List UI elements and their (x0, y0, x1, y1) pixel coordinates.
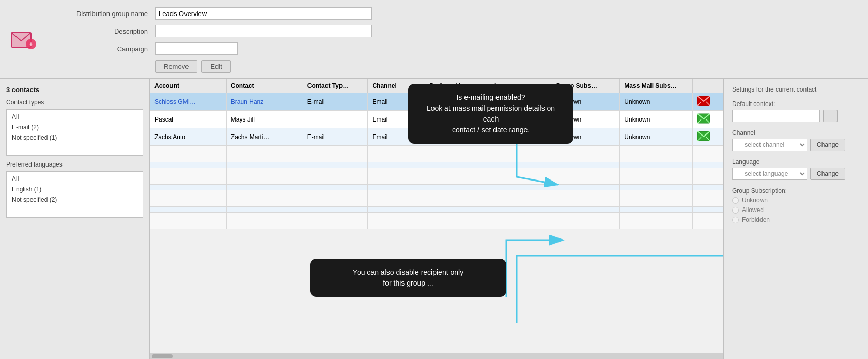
table-row-empty (150, 185, 723, 190)
account-link[interactable]: Schloss GMI… (154, 98, 196, 106)
group-sub-radio-group: Unknown Allowed Forbidden (732, 197, 860, 223)
cell-masssub: Unknown (620, 128, 692, 146)
campaign-row: Campaign (52, 42, 858, 55)
list-item[interactable]: All (7, 112, 143, 122)
description-row: Description (52, 25, 858, 37)
default-context-btn[interactable] (823, 110, 838, 122)
radio-forbidden[interactable]: Forbidden (732, 216, 860, 223)
col-header-account[interactable]: Account (150, 79, 227, 93)
sidebar: 3 contacts Contact types All E-mail (2) … (0, 79, 150, 359)
contact-link[interactable]: Braun Hanz (231, 98, 264, 106)
table-row-empty (150, 146, 723, 162)
cell-type: E-mail (303, 93, 368, 111)
cell-account: Schloss GMI… (150, 93, 227, 111)
mass-mail-icon-green (697, 113, 710, 124)
table-row-empty (150, 213, 723, 229)
default-context-row (732, 110, 860, 122)
language-select[interactable]: — select language — (732, 168, 807, 180)
list-item[interactable]: English (1) (7, 184, 143, 195)
group-sub-label: Group Subscription: (732, 187, 860, 195)
scroll-thumb[interactable] (152, 354, 173, 358)
right-panel: Settings for the current contact Default… (723, 79, 868, 359)
pref-lang-list: All English (1) Not specified (2) (6, 171, 143, 218)
mass-mail-icon-red (697, 96, 710, 106)
col-header-masssub[interactable]: Mass Mail Subs… (620, 79, 692, 93)
table-row-empty (150, 162, 723, 168)
top-panel: + Distribution group name Description Ca… (0, 0, 868, 79)
col-header-extra (692, 79, 723, 93)
cell-account: Zachs Auto (150, 128, 227, 146)
table-area: Is e-mailing enabled?Look at mass mail p… (150, 79, 723, 359)
dist-group-row: Distribution group name (52, 7, 858, 20)
horizontal-scrollbar[interactable] (150, 353, 723, 359)
cell-masssub: Unknown (620, 111, 692, 128)
col-header-contact[interactable]: Contact (226, 79, 303, 93)
radio-allowed-label: Allowed (742, 206, 764, 214)
cell-contact: Braun Hanz (226, 93, 303, 111)
radio-unknown-input[interactable] (732, 197, 739, 204)
tooltip-disable-text: You can also disable recipient onlyfor t… (353, 268, 463, 287)
language-row: — select language — Change (732, 168, 860, 180)
radio-unknown-label: Unknown (742, 197, 768, 204)
edit-button[interactable]: Edit (202, 60, 230, 73)
bottom-section: 3 contacts Contact types All E-mail (2) … (0, 79, 868, 359)
tooltip-emailing: Is e-mailing enabled?Look at mass mail p… (408, 84, 574, 144)
cell-icon (692, 111, 723, 128)
contacts-count: 3 contacts (6, 86, 143, 94)
tooltip-emailing-text: Is e-mailing enabled?Look at mass mail p… (427, 93, 555, 134)
radio-forbidden-input[interactable] (732, 217, 739, 223)
cell-masssub: Unknown (620, 93, 692, 111)
description-label: Description (52, 27, 155, 35)
cell-icon (692, 93, 723, 111)
channel-row: — select channel — Change (732, 139, 860, 151)
default-context-input[interactable] (732, 110, 820, 122)
table-row-empty (150, 190, 723, 207)
language-change-btn[interactable]: Change (810, 168, 845, 180)
remove-button[interactable]: Remove (155, 60, 197, 73)
list-item[interactable]: Not specified (1) (7, 132, 143, 143)
right-panel-title: Settings for the current contact (732, 86, 860, 93)
svg-text:+: + (29, 41, 33, 47)
contact-types-label: Contact types (6, 99, 143, 106)
tooltip-disable: You can also disable recipient onlyfor t… (310, 259, 506, 297)
form-buttons: Remove Edit (155, 60, 858, 73)
channel-select[interactable]: — select channel — (732, 139, 807, 151)
cell-contact: Mays Jill (226, 111, 303, 128)
cell-icon (692, 128, 723, 146)
radio-unknown[interactable]: Unknown (732, 197, 860, 204)
channel-change-btn[interactable]: Change (810, 139, 845, 151)
campaign-label: Campaign (52, 45, 155, 53)
cell-account: Pascal (150, 111, 227, 128)
mass-mail-icon-green-2 (697, 131, 710, 141)
dist-group-input[interactable] (155, 7, 372, 20)
cell-contact: Zachs Marti… (226, 128, 303, 146)
campaign-input[interactable] (155, 42, 238, 55)
cell-type: E-mail (303, 128, 368, 146)
description-input[interactable] (155, 25, 372, 37)
language-label: Language (732, 158, 860, 166)
pref-lang-label: Preferred languages (6, 161, 143, 168)
list-item[interactable]: Not specified (2) (7, 195, 143, 205)
radio-forbidden-label: Forbidden (742, 216, 770, 223)
contact-type-list: All E-mail (2) Not specified (1) (6, 109, 143, 156)
radio-allowed-input[interactable] (732, 207, 739, 214)
list-item[interactable]: All (7, 174, 143, 184)
list-item[interactable]: E-mail (2) (7, 122, 143, 132)
cell-type (303, 111, 368, 128)
email-group-icon: + (10, 28, 38, 54)
table-row-empty (150, 168, 723, 185)
radio-allowed[interactable]: Allowed (732, 206, 860, 214)
dist-group-label: Distribution group name (52, 10, 155, 18)
table-row-empty (150, 207, 723, 213)
col-header-type[interactable]: Contact Typ… (303, 79, 368, 93)
default-context-label: Default context: (732, 100, 860, 108)
channel-label: Channel (732, 129, 860, 137)
